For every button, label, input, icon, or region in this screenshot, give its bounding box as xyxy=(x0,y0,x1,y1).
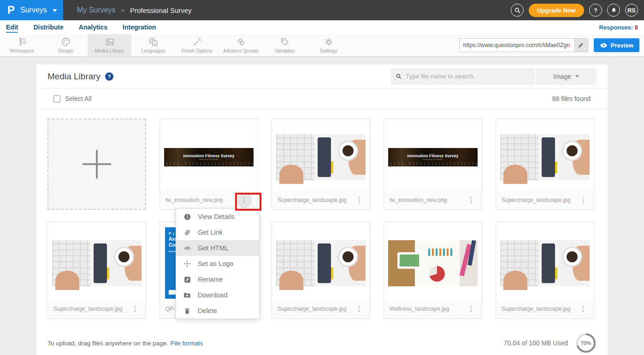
code-icon: </> xyxy=(183,245,192,251)
media-filename: fw_innovation_new.png xyxy=(390,197,447,203)
advance-quotas-icon xyxy=(236,37,246,47)
media-card[interactable]: Innovation Fitness SurveyPowered by Ques… xyxy=(384,118,482,210)
toolbar-item-variables[interactable]: Variables xyxy=(263,34,307,56)
media-card[interactable]: Supercharge_landscape.jpg ⋮ xyxy=(272,118,370,210)
edit-url-button[interactable] xyxy=(574,39,588,52)
menu-item-delete[interactable]: Delete xyxy=(176,303,259,319)
question-mark-icon: ? xyxy=(594,7,597,14)
breadcrumb-separator: > xyxy=(121,7,125,14)
media-thumbnail: Innovation Fitness SurveyPowered by Ques… xyxy=(164,123,254,191)
media-card[interactable]: Innovation Fitness SurveyPowered by Ques… xyxy=(160,118,258,210)
media-name-bar: fw_innovation_new.png ⋮ xyxy=(384,191,482,209)
media-card[interactable]: Wellness_landscape.jpg ⋮ xyxy=(384,222,482,319)
survey-url-group xyxy=(459,38,588,52)
chevron-down-icon xyxy=(53,9,57,12)
help-button[interactable]: ? xyxy=(589,4,602,17)
settings-icon xyxy=(324,37,334,47)
toolbar-right: Preview xyxy=(459,34,644,56)
toolbar-item-workspace[interactable]: Workspace xyxy=(0,34,44,56)
file-type-dropdown[interactable]: Image xyxy=(536,68,597,85)
topbar-actions: Upgrade Now ? RS xyxy=(511,4,644,17)
card-menu-button[interactable]: ⋮ xyxy=(354,195,364,205)
chevron-down-icon xyxy=(575,75,579,77)
card-menu-button[interactable]: ⋮ xyxy=(466,195,476,205)
media-card[interactable]: Supercharge_landscape.jpg ⋮ xyxy=(272,222,370,319)
media-thumbnail: Innovation Fitness SurveyPowered by Ques… xyxy=(388,123,478,191)
storage-percent-label: 70% xyxy=(575,332,597,354)
toolbar-item-media-library[interactable]: Media Library xyxy=(88,34,131,56)
media-name-bar: Supercharge_landscape.jpg ⋮ xyxy=(272,191,370,209)
card-menu-button[interactable]: ⋮ xyxy=(354,304,364,314)
survey-url-input[interactable] xyxy=(460,39,574,52)
menu-item-view-details[interactable]: View Details xyxy=(176,209,259,225)
preview-button[interactable]: Preview xyxy=(594,38,639,52)
breadcrumb-my-surveys[interactable]: My Surveys xyxy=(77,6,116,14)
select-all-checkbox[interactable] xyxy=(53,95,60,102)
notifications-button[interactable] xyxy=(607,4,620,17)
variables-icon xyxy=(280,37,290,47)
card-menu-button[interactable]: ⋮ xyxy=(236,192,252,208)
toolbar-item-design[interactable]: Design xyxy=(44,34,88,56)
toolbar-item-languages[interactable]: A Languages xyxy=(131,34,175,56)
design-icon xyxy=(61,37,71,47)
file-search-box xyxy=(391,68,535,85)
upload-hint: To upload, drag files anywhere on the pa… xyxy=(47,340,168,347)
product-switcher[interactable]: P Surveys xyxy=(0,0,63,20)
menu-item-rename[interactable]: Rename xyxy=(176,272,259,287)
media-card[interactable]: Supercharge_landscape.jpg ⋮ xyxy=(496,222,594,319)
top-bar: P Surveys My Surveys > Professional Surv… xyxy=(0,0,644,20)
product-name: Surveys xyxy=(20,6,47,14)
media-library-help-icon[interactable]: ? xyxy=(105,72,113,81)
upload-media-tile[interactable] xyxy=(47,118,146,210)
upgrade-now-button[interactable]: Upgrade Now xyxy=(529,4,584,17)
card-menu-button[interactable]: ⋮ xyxy=(578,195,588,205)
media-thumbnail xyxy=(276,226,366,300)
finish-options-icon xyxy=(192,37,202,47)
global-search-button[interactable] xyxy=(511,4,524,17)
card-menu-button[interactable]: ⋮ xyxy=(578,304,588,314)
preview-label: Preview xyxy=(611,42,633,49)
languages-icon: A xyxy=(148,37,159,47)
media-thumbnail xyxy=(388,226,478,300)
card-menu-button[interactable]: ⋮ xyxy=(466,304,476,314)
nav-tab-distribute[interactable]: Distribute xyxy=(33,22,63,33)
nav-tab-integration[interactable]: Integration xyxy=(123,22,156,33)
media-filename: Wellness_landscape.jpg xyxy=(390,306,449,312)
file-search-input[interactable] xyxy=(406,73,530,80)
user-avatar[interactable]: RS xyxy=(625,4,638,17)
select-all-row: Select All 88 files found xyxy=(36,89,608,109)
menu-item-download[interactable]: Download xyxy=(176,287,259,303)
media-card[interactable]: Supercharge_landscape.jpg ⋮ xyxy=(47,222,146,319)
page-content: Media Library ? Image Select All 88 file… xyxy=(0,57,644,354)
media-filename: Supercharge_landscape.jpg xyxy=(502,197,570,203)
toolbar-item-advance-quotas[interactable]: Advance Quotas xyxy=(219,34,263,56)
responses-value: 0 xyxy=(635,24,638,31)
menu-item-get-html[interactable]: </> Get HTML xyxy=(176,240,259,256)
toolbar-item-finish-options[interactable]: Finish Options xyxy=(175,34,219,56)
pencil-icon xyxy=(578,42,584,48)
media-card[interactable]: Supercharge_landscape.jpg ⋮ xyxy=(496,118,594,210)
responses-label: Responses: xyxy=(599,24,633,31)
media-filename: Supercharge_landscape.jpg xyxy=(278,306,346,312)
workspace-icon xyxy=(17,37,27,47)
menu-item-get-link[interactable]: Get Link xyxy=(176,225,259,240)
toolbar-item-settings[interactable]: Settings xyxy=(307,34,350,56)
media-grid: Innovation Fitness SurveyPowered by Ques… xyxy=(36,109,608,319)
nav-tab-edit[interactable]: Edit xyxy=(6,22,18,33)
search-icon xyxy=(396,73,402,80)
file-formats-link[interactable]: File formats xyxy=(171,340,203,347)
search-icon xyxy=(514,7,521,14)
media-thumbnail xyxy=(500,123,590,191)
nav-tab-analytics[interactable]: Analytics xyxy=(79,22,107,33)
link-icon xyxy=(183,228,192,237)
rename-icon xyxy=(183,276,192,284)
card-menu-button[interactable]: ⋮ xyxy=(130,304,140,314)
breadcrumb-current-survey: Professional Survey xyxy=(130,6,191,14)
media-filename: fw_innovation_new.png xyxy=(165,197,223,203)
menu-item-set-as-logo[interactable]: Set as Logo xyxy=(176,256,259,272)
questionpro-logo-icon: P xyxy=(7,5,15,16)
download-icon xyxy=(183,291,192,299)
media-filename: Supercharge_landscape.jpg xyxy=(53,306,122,312)
breadcrumb: My Surveys > Professional Survey xyxy=(77,6,192,14)
bell-icon xyxy=(610,7,617,14)
